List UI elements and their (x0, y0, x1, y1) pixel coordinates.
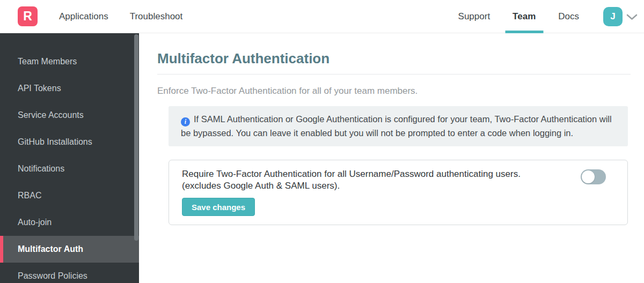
title-divider (157, 74, 631, 75)
sidebar-item-auto-join[interactable]: Auto-join (0, 209, 139, 236)
active-tab-underline (505, 31, 543, 33)
two-factor-toggle[interactable] (581, 169, 606, 184)
save-changes-button[interactable]: Save changes (182, 198, 255, 216)
settings-sidebar: Team Members API Tokens Service Accounts… (0, 33, 139, 283)
nav-item-team[interactable]: Team (513, 0, 536, 33)
page-description: Enforce Two-Factor Authentication for al… (157, 85, 631, 97)
sidebar-item-multifactor-auth[interactable]: Multifactor Auth (0, 236, 139, 263)
logo-letter: R (23, 9, 32, 24)
sidebar-item-team-members[interactable]: Team Members (0, 48, 139, 75)
toggle-knob (582, 170, 595, 183)
nav-item-support[interactable]: Support (458, 0, 491, 33)
nav-item-docs[interactable]: Docs (558, 0, 579, 33)
top-navbar: R Applications Troubleshoot Support Team… (0, 0, 644, 33)
info-circle-icon: i (181, 117, 190, 126)
primary-nav: Applications Troubleshoot (38, 0, 182, 33)
info-alert-text: If SAML Authentication or Google Authent… (181, 114, 612, 138)
sidebar-item-password-policies[interactable]: Password Policies (0, 263, 139, 283)
secondary-nav: Support Team Docs J (447, 0, 644, 33)
info-alert: iIf SAML Authentication or Google Authen… (169, 106, 628, 146)
nav-item-troubleshoot[interactable]: Troubleshoot (130, 0, 183, 33)
main-content: Multifactor Authentication Enforce Two-F… (139, 33, 644, 283)
page-title: Multifactor Authentication (157, 51, 631, 66)
avatar-initial: J (610, 11, 615, 22)
sidebar-item-rbac[interactable]: RBAC (0, 182, 139, 209)
chevron-down-icon[interactable] (626, 13, 638, 23)
setting-text-line2: (excludes Google Auth & SAML users). (182, 180, 558, 192)
sidebar-item-service-accounts[interactable]: Service Accounts (0, 102, 139, 129)
sidebar-item-github-installations[interactable]: GitHub Installations (0, 129, 139, 155)
sidebar-scrollbar[interactable] (134, 34, 138, 241)
two-factor-setting-card: Require Two-Factor Authentication for al… (169, 160, 628, 225)
rollbar-logo[interactable]: R (18, 6, 38, 26)
sidebar-item-notifications[interactable]: Notifications (0, 155, 139, 182)
setting-text-line1: Require Two-Factor Authentication for al… (182, 168, 558, 180)
nav-item-team-label: Team (513, 11, 536, 22)
nav-item-applications[interactable]: Applications (59, 0, 108, 33)
sidebar-item-api-tokens[interactable]: API Tokens (0, 75, 139, 102)
avatar[interactable]: J (603, 7, 623, 26)
